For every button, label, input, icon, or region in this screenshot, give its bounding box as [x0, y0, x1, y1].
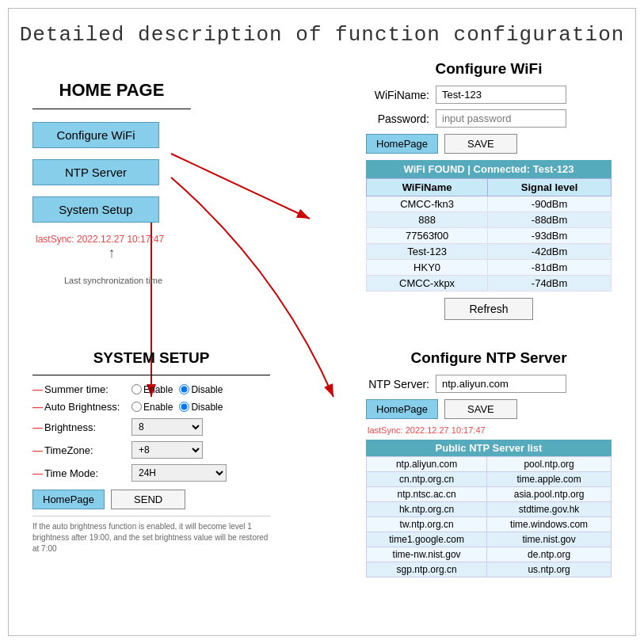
- auto-enable-option[interactable]: Enable: [131, 402, 173, 413]
- wifi-col-signal: Signal level: [488, 179, 612, 196]
- ntp-server-col1: sgp.ntp.org.cn: [367, 562, 487, 577]
- ntp-server-row: NTP Server:: [366, 375, 612, 393]
- system-homepage-button[interactable]: HomePage: [32, 490, 105, 509]
- wifi-title: Configure WiFi: [366, 60, 612, 78]
- ntp-save-button[interactable]: SAVE: [444, 399, 517, 419]
- wifi-password-label: Password:: [366, 112, 429, 125]
- timezone-select[interactable]: +8: [131, 441, 203, 459]
- ntp-server-col1: ntp.ntsc.ac.cn: [367, 487, 487, 502]
- time-mode-label: Time Mode:: [44, 467, 131, 479]
- wifi-password-row: Password:: [366, 109, 612, 128]
- wifi-network-row: HKY0-81dBm: [367, 260, 612, 276]
- time-mode-select[interactable]: 24H: [131, 464, 227, 482]
- system-setup-button[interactable]: System Setup: [32, 196, 159, 223]
- auto-disable-option[interactable]: Disable: [179, 402, 223, 413]
- wifi-signal: -81dBm: [488, 260, 612, 276]
- system-section: SYSTEM SETUP — Summer time: Enable Disab…: [32, 349, 270, 554]
- ntp-button-row: HomePage SAVE: [366, 399, 612, 419]
- ntp-server-col2: time.apple.com: [487, 472, 612, 487]
- wifi-name-label: WiFiName:: [366, 89, 429, 101]
- wifi-homepage-button[interactable]: HomePage: [366, 134, 438, 154]
- main-container: Detailed description of function configu…: [8, 8, 636, 636]
- ntp-section: Configure NTP Server NTP Server: HomePag…: [366, 349, 612, 577]
- summer-enable-radio[interactable]: [131, 384, 142, 394]
- ntp-server-col2: us.ntp.org: [487, 562, 612, 577]
- ntp-homepage-button[interactable]: HomePage: [366, 399, 438, 419]
- ntp-server-row: ntp.aliyun.compool.ntp.org: [367, 457, 612, 472]
- ntp-server-col1: ntp.aliyun.com: [367, 457, 487, 472]
- auto-brightness-row: — Auto Brightness: Enable Disable: [32, 401, 270, 413]
- wifi-button-row: HomePage SAVE: [366, 134, 612, 154]
- timezone-label: TimeZone:: [44, 444, 131, 456]
- ntp-server-col1: hk.ntp.org.cn: [367, 502, 487, 517]
- ntp-last-sync: lastSync: 2022.12.27 10:17:47: [368, 425, 612, 435]
- wifi-signal: -93dBm: [488, 228, 612, 244]
- wifi-network-name: HKY0: [367, 260, 488, 276]
- summer-disable-option[interactable]: Disable: [179, 384, 223, 395]
- wifi-signal: -90dBm: [488, 196, 612, 212]
- ntp-server-col2: time.nist.gov: [487, 532, 612, 547]
- ntp-server-label: NTP Server:: [366, 378, 429, 391]
- summer-enable-option[interactable]: Enable: [131, 384, 173, 395]
- wifi-save-button[interactable]: SAVE: [444, 134, 517, 154]
- ntp-server-col2: asia.pool.ntp.org: [487, 487, 612, 502]
- ntp-title: Configure NTP Server: [366, 349, 612, 367]
- auto-brightness-label: Auto Brightness:: [44, 401, 131, 413]
- brightness-row: — Brightness: 8: [32, 418, 270, 436]
- wifi-network-row: Test-123-42dBm: [367, 244, 612, 260]
- ntp-server-row: sgp.ntp.org.cnus.ntp.org: [367, 562, 612, 577]
- system-note: If the auto brightness function is enabl…: [32, 516, 270, 554]
- ntp-server-button[interactable]: NTP Server: [32, 159, 159, 185]
- ntp-server-row: time1.google.comtime.nist.gov: [367, 532, 612, 547]
- wifi-network-row: 888-88dBm: [367, 212, 612, 228]
- home-section: HOME PAGE Configure WiFi NTP Server Syst…: [32, 80, 191, 285]
- configure-wifi-button[interactable]: Configure WiFi: [32, 122, 159, 148]
- ntp-servers-table: ntp.aliyun.compool.ntp.orgcn.ntp.org.cnt…: [366, 456, 612, 577]
- ntp-server-row: tw.ntp.org.cntime.windows.com: [367, 517, 612, 532]
- auto-brightness-radio: Enable Disable: [131, 402, 223, 413]
- wifi-network-name: 77563f00: [367, 228, 488, 244]
- ntp-server-col2: de.ntp.org: [487, 547, 612, 562]
- wifi-network-row: 77563f00-93dBm: [367, 228, 612, 244]
- last-sync-text: lastSync: 2022.12.27 10:17:47: [36, 234, 191, 245]
- system-send-button[interactable]: SEND: [111, 490, 185, 509]
- system-button-row: HomePage SEND: [32, 490, 270, 509]
- wifi-refresh-button[interactable]: Refresh: [444, 298, 532, 320]
- wifi-signal: -74dBm: [488, 276, 612, 292]
- wifi-section: Configure WiFi WiFiName: Password: HomeP…: [366, 60, 612, 320]
- wifi-network-name: CMCC-xkpx: [367, 276, 488, 292]
- time-mode-row: — Time Mode: 24H: [32, 464, 270, 482]
- wifi-network-row: CMCC-fkn3-90dBm: [367, 196, 612, 212]
- last-sync-label: Last synchronization time: [36, 276, 191, 285]
- wifi-networks-table: WiFiName Signal level CMCC-fkn3-90dBm888…: [366, 178, 612, 292]
- wifi-network-row: CMCC-xkpx-74dBm: [367, 276, 612, 292]
- ntp-server-col1: time-nw.nist.gov: [367, 547, 487, 562]
- wifi-password-input[interactable]: [436, 109, 566, 128]
- ntp-server-col1: time1.google.com: [367, 532, 487, 547]
- ntp-server-col1: tw.ntp.org.cn: [367, 517, 487, 532]
- wifi-network-name: Test-123: [367, 244, 488, 260]
- wifi-name-row: WiFiName:: [366, 86, 612, 104]
- system-title: SYSTEM SETUP: [32, 349, 270, 367]
- ntp-server-col2: stdtime.gov.hk: [487, 502, 612, 517]
- brightness-select[interactable]: 8: [131, 418, 203, 436]
- wifi-signal: -88dBm: [488, 212, 612, 228]
- ntp-server-row: ntp.ntsc.ac.cnasia.pool.ntp.org: [367, 487, 612, 502]
- brightness-label: Brightness:: [44, 421, 131, 433]
- page-title: Detailed description of function configu…: [9, 9, 635, 55]
- ntp-list-header: Public NTP Server list: [366, 440, 612, 456]
- ntp-server-col2: pool.ntp.org: [487, 457, 612, 472]
- wifi-network-name: CMCC-fkn3: [367, 196, 488, 212]
- wifi-found-header: WiFi FOUND | Connected: Test-123: [366, 160, 612, 178]
- ntp-server-row: hk.ntp.org.cnstdtime.gov.hk: [367, 502, 612, 517]
- timezone-row: — TimeZone: +8: [32, 441, 270, 459]
- wifi-signal: -42dBm: [488, 244, 612, 260]
- wifi-name-input[interactable]: [436, 86, 566, 104]
- ntp-server-input[interactable]: [436, 375, 566, 393]
- summer-disable-radio[interactable]: [179, 384, 189, 394]
- wifi-network-name: 888: [367, 212, 488, 228]
- auto-enable-radio[interactable]: [131, 402, 142, 412]
- auto-disable-radio[interactable]: [179, 402, 189, 412]
- ntp-server-row: cn.ntp.org.cntime.apple.com: [367, 472, 612, 487]
- summer-time-label: Summer time:: [44, 383, 131, 395]
